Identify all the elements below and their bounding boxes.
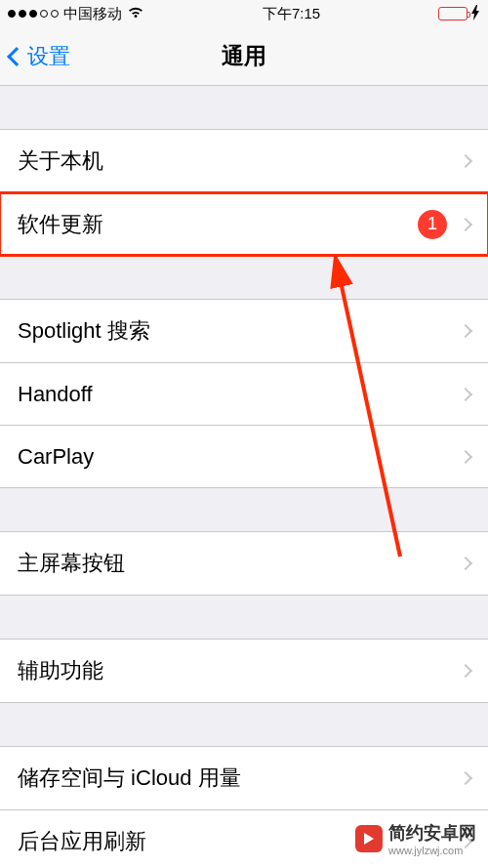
chevron-left-icon <box>7 47 26 66</box>
chevron-right-icon <box>459 449 472 463</box>
settings-row[interactable]: 储存空间与 iCloud 用量 <box>0 747 488 809</box>
status-time: 下午7:15 <box>263 5 320 23</box>
status-bar: 中国移动 下午7:15 <box>0 0 488 27</box>
chevron-right-icon <box>459 664 472 678</box>
row-label: 主屏幕按钮 <box>18 549 461 578</box>
chevron-right-icon <box>459 217 472 230</box>
row-label: Spotlight 搜索 <box>18 316 461 346</box>
status-left: 中国移动 <box>8 5 144 23</box>
back-label: 设置 <box>27 42 70 71</box>
chevron-right-icon <box>459 771 472 785</box>
settings-group: 辅助功能 <box>0 639 488 703</box>
settings-row[interactable]: Spotlight 搜索 <box>0 300 488 362</box>
row-label: 关于本机 <box>18 146 461 176</box>
row-label: CarPlay <box>18 444 461 470</box>
settings-group: 关于本机软件更新1 <box>0 129 488 256</box>
watermark-url: www.jylzwj.com <box>388 845 476 856</box>
settings-row[interactable]: Handoff <box>0 362 488 425</box>
battery-icon <box>438 7 468 21</box>
chevron-right-icon <box>459 557 472 570</box>
badge: 1 <box>418 210 447 239</box>
charging-icon <box>471 5 480 23</box>
signal-strength-icon <box>8 10 59 18</box>
settings-row[interactable]: 辅助功能 <box>0 640 488 702</box>
row-label: 软件更新 <box>18 210 418 239</box>
page-title: 通用 <box>222 41 266 71</box>
nav-bar: 设置 通用 <box>0 27 488 86</box>
watermark-text: 简约安卓网 <box>388 823 476 843</box>
back-button[interactable]: 设置 <box>10 42 70 71</box>
settings-group: Spotlight 搜索HandoffCarPlay <box>0 299 488 488</box>
row-label: 辅助功能 <box>18 656 461 685</box>
chevron-right-icon <box>459 154 472 168</box>
settings-row[interactable]: CarPlay <box>0 425 488 487</box>
settings-row[interactable]: 软件更新1 <box>0 192 488 255</box>
row-label: 储存空间与 iCloud 用量 <box>18 764 461 793</box>
chevron-right-icon <box>459 324 472 338</box>
chevron-right-icon <box>459 387 472 400</box>
settings-row[interactable]: 关于本机 <box>0 130 488 192</box>
watermark: 简约安卓网 www.jylzwj.com <box>355 821 476 856</box>
row-label: Handoff <box>18 382 461 407</box>
settings-row[interactable]: 主屏幕按钮 <box>0 532 488 595</box>
wifi-icon <box>127 6 144 22</box>
status-right <box>438 5 480 23</box>
carrier-label: 中国移动 <box>63 5 122 23</box>
watermark-icon <box>355 825 383 852</box>
settings-group: 主屏幕按钮 <box>0 531 488 596</box>
